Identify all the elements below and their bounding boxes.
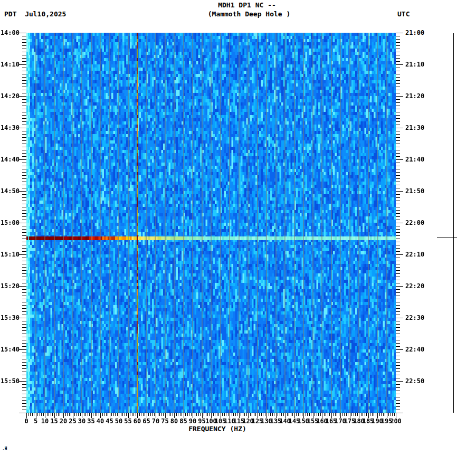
bottom-minor-tick [200, 413, 201, 416]
left-minor-tick [22, 365, 26, 366]
right-minor-tick [396, 232, 400, 233]
right-minor-tick [396, 334, 400, 334]
bottom-minor-tick [180, 413, 180, 416]
bottom-minor-tick [85, 413, 86, 416]
bottom-minor-tick [394, 413, 395, 416]
left-minor-tick [22, 109, 26, 109]
bottom-minor-tick [40, 413, 40, 416]
left-minor-tick [22, 213, 26, 214]
left-minor-tick [22, 106, 26, 106]
bottom-minor-tick [150, 413, 151, 416]
left-minor-tick [22, 153, 26, 154]
left-minor-tick [22, 36, 26, 36]
page-title: MDH1 DP1 NC -- [218, 2, 276, 9]
bottom-minor-tick [158, 413, 158, 416]
left-minor-tick [22, 343, 26, 344]
right-major-tick [396, 254, 403, 255]
right-minor-tick [396, 45, 400, 46]
right-major-tick [396, 318, 403, 318]
left-minor-tick [22, 204, 26, 204]
bottom-minor-tick [104, 413, 104, 416]
bottom-minor-tick [167, 413, 167, 416]
left-minor-tick [22, 118, 26, 119]
bottom-minor-tick [65, 413, 66, 416]
right-minor-tick [396, 74, 400, 74]
bottom-minor-tick [117, 413, 118, 416]
bottom-minor-tick [52, 413, 53, 416]
left-minor-tick [22, 80, 26, 81]
bottom-minor-tick [374, 413, 374, 416]
right-minor-tick [396, 210, 400, 211]
x-axis-title: FREQUENCY (HZ) [188, 425, 246, 433]
bottom-minor-tick [58, 413, 59, 416]
bottom-minor-tick [391, 413, 391, 416]
right-minor-tick [396, 172, 400, 173]
bottom-minor-tick [185, 413, 186, 416]
right-minor-tick [396, 406, 400, 407]
bottom-minor-tick [97, 413, 97, 416]
bottom-minor-tick [89, 413, 90, 416]
left-minor-tick [22, 42, 26, 43]
right-minor-tick [396, 277, 400, 277]
bottom-minor-tick [143, 413, 144, 416]
left-major-tick [19, 128, 26, 128]
right-minor-tick [396, 68, 400, 68]
bottom-minor-tick [218, 413, 219, 416]
left-minor-tick [22, 61, 26, 62]
left-minor-tick [22, 394, 26, 394]
bottom-minor-tick [222, 413, 223, 416]
left-time-label: 15:40 [0, 346, 20, 353]
left-minor-tick [22, 185, 26, 185]
left-major-tick [19, 64, 26, 65]
bottom-minor-tick [228, 413, 229, 416]
right-minor-tick [396, 71, 400, 71]
left-time-label: 15:10 [0, 251, 20, 258]
right-major-tick [396, 96, 403, 97]
right-major-tick [396, 223, 403, 223]
bottom-minor-tick [69, 413, 70, 416]
left-major-tick [19, 159, 26, 160]
left-minor-tick [22, 150, 26, 150]
bottom-minor-tick [43, 413, 44, 416]
left-minor-tick [22, 77, 26, 78]
left-minor-tick [22, 384, 26, 385]
left-minor-tick [22, 410, 26, 410]
right-minor-tick [396, 134, 400, 135]
bottom-minor-tick [346, 413, 347, 416]
right-minor-tick [396, 387, 400, 388]
bottom-minor-tick [176, 413, 177, 416]
bottom-minor-tick [93, 413, 93, 416]
right-minor-tick [396, 216, 400, 217]
right-minor-tick [396, 131, 400, 131]
bottom-minor-tick [333, 413, 334, 416]
right-minor-tick [396, 264, 400, 264]
right-minor-tick [396, 372, 400, 372]
left-minor-tick [22, 39, 26, 40]
left-minor-tick [22, 169, 26, 169]
right-minor-tick [396, 182, 400, 182]
left-minor-tick [22, 375, 26, 375]
left-minor-tick [22, 182, 26, 182]
right-minor-tick [396, 99, 400, 100]
left-minor-tick [22, 134, 26, 135]
bottom-minor-tick [145, 413, 145, 416]
left-minor-tick [22, 356, 26, 356]
right-scale-marker-vertical-line [453, 33, 454, 413]
right-time-label: 21:40 [405, 156, 426, 163]
left-major-tick [19, 318, 26, 318]
left-minor-tick [22, 45, 26, 46]
right-minor-tick [396, 330, 400, 331]
right-minor-tick [396, 394, 400, 394]
right-minor-tick [396, 403, 400, 404]
left-minor-tick [22, 337, 26, 337]
bottom-minor-tick [126, 413, 127, 416]
left-minor-tick [22, 330, 26, 331]
right-minor-tick [396, 36, 400, 36]
right-minor-tick [396, 315, 400, 315]
left-minor-tick [22, 125, 26, 125]
left-minor-tick [22, 311, 26, 312]
left-minor-tick [22, 283, 26, 283]
left-minor-tick [22, 194, 26, 195]
left-minor-tick [22, 201, 26, 201]
left-timezone-label: PDT [4, 10, 16, 18]
